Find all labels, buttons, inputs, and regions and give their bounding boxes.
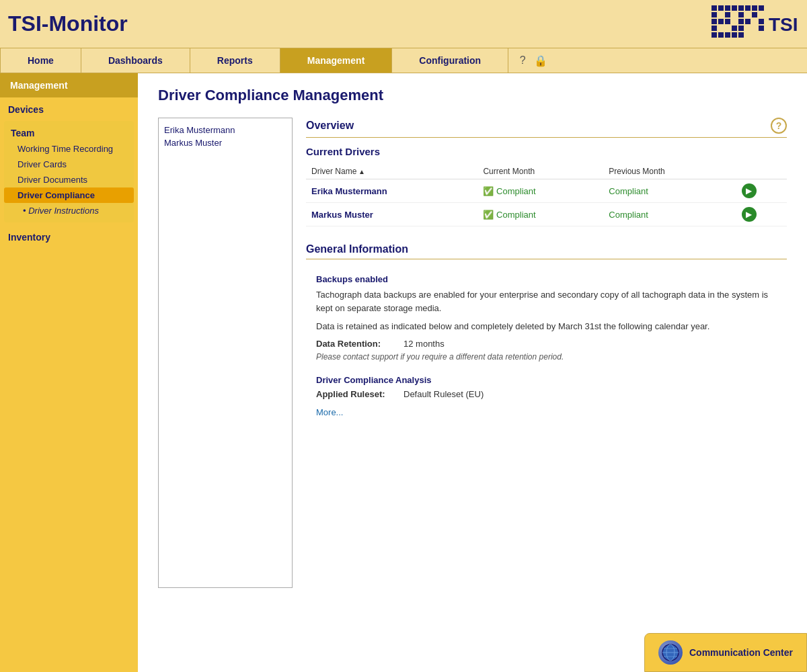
current-status-label: Compliant [496,186,536,196]
svg-rect-7 [759,5,764,11]
general-info-section: General Information Backups enabled Tach… [306,243,787,424]
overview-title: Overview [306,120,354,132]
analysis-block: Driver Compliance Analysis Applied Rules… [306,368,787,424]
svg-rect-16 [745,19,751,24]
svg-rect-22 [712,32,717,38]
drivers-table: Driver Name Current Month Previous Month… [306,164,787,226]
nav-home[interactable]: Home [0,48,81,73]
svg-rect-0 [712,5,717,11]
svg-rect-9 [725,12,730,17]
sidebar-title: Management [0,73,138,97]
check-icon: ✅ [483,210,496,220]
data-retention-label: Data Retention: [316,339,404,349]
sidebar-group-team: Team Working Time Recording Driver Cards… [4,121,134,222]
detail-button[interactable]: ▶ [742,207,757,222]
overview-panel: Overview ? Current Drivers Driver Name C… [306,118,787,588]
sidebar-section-devices[interactable]: Devices [0,97,138,118]
svg-rect-5 [745,5,751,11]
main-content: Driver Compliance Management Erika Muste… [138,73,807,672]
col-actions [736,164,787,179]
contact-note: Please contact support if you require a … [316,352,777,362]
svg-rect-2 [725,5,730,11]
sidebar-item-working-time[interactable]: Working Time Recording [4,141,134,157]
svg-rect-25 [732,32,737,38]
table-row: Markus Muster ✅ Compliant Compliant [306,203,787,226]
svg-rect-3 [732,5,737,11]
sidebar-section-inventory[interactable]: Inventory [0,225,138,246]
header: TSI-Monitor TSI [0,0,807,48]
lock-icon[interactable]: 🔒 [533,53,548,68]
analysis-title: Driver Compliance Analysis [316,375,777,385]
svg-rect-14 [725,19,730,24]
current-month-cell: ✅ Compliant [477,179,603,203]
current-status-label: Compliant [496,210,536,220]
general-info-title: General Information [306,243,408,255]
globe-icon [658,640,683,665]
sidebar-item-driver-cards[interactable]: Driver Cards [4,157,134,172]
nav-configuration[interactable]: Configuration [392,48,508,73]
current-status-compliant: ✅ Compliant [483,210,535,220]
svg-rect-11 [752,12,757,17]
overview-header: Overview ? [306,118,787,138]
nav-icon-group: ? 🔒 [508,48,555,73]
ruleset-label: Applied Ruleset: [316,389,404,399]
tsi-logo: TSI [712,5,799,42]
general-info-header: General Information [306,243,787,259]
prev-status-label: Compliant [609,186,648,196]
table-row: Erika Mustermann ✅ Compliant Compliant [306,179,787,203]
col-driver-name[interactable]: Driver Name [306,164,477,179]
svg-rect-26 [738,32,744,38]
col-previous-month: Previous Month [603,164,736,179]
sidebar: Management Devices Team Working Time Rec… [0,73,138,672]
app-logo: TSI-Monitor [8,11,128,36]
more-link[interactable]: More... [316,407,343,417]
data-retention-value: 12 months [404,339,445,349]
svg-rect-23 [718,32,724,38]
content-layout: Erika Mustermann Markus Muster Overview … [158,118,787,588]
svg-rect-24 [725,32,730,38]
detail-cell: ▶ [736,179,787,203]
sidebar-item-driver-documents[interactable]: Driver Documents [4,172,134,187]
nav-reports[interactable]: Reports [190,48,280,73]
sidebar-item-driver-instructions[interactable]: Driver Instructions [4,203,134,218]
svg-rect-8 [712,12,717,17]
driver-list-item[interactable]: Markus Muster [164,136,286,149]
svg-rect-1 [718,5,724,11]
svg-rect-19 [732,26,737,31]
sidebar-item-driver-compliance[interactable]: Driver Compliance [4,187,134,203]
driver-list-item[interactable]: Erika Mustermann [164,124,286,136]
prev-status-label: Compliant [609,210,648,220]
comm-center-label: Communication Center [689,647,793,658]
col-current-month: Current Month [477,164,603,179]
overview-help-icon[interactable]: ? [771,118,787,134]
detail-button[interactable]: ▶ [742,183,757,198]
svg-rect-10 [738,12,744,17]
nav-management[interactable]: Management [280,48,393,73]
svg-rect-17 [759,19,764,24]
svg-rect-15 [738,19,744,24]
current-drivers-section: Current Drivers Driver Name Current Mont… [306,146,787,226]
main-nav: Home Dashboards Reports Management Confi… [0,48,807,73]
svg-rect-4 [738,5,744,11]
svg-rect-21 [759,26,764,31]
backups-block: Backups enabled Tachograph data backups … [306,267,787,368]
backups-title: Backups enabled [316,274,777,284]
previous-month-cell: Compliant [603,179,736,203]
nav-dashboards[interactable]: Dashboards [81,48,190,73]
communication-center[interactable]: Communication Center [644,633,807,672]
previous-month-cell: Compliant [603,203,736,226]
current-drivers-title: Current Drivers [306,146,787,157]
ruleset-row: Applied Ruleset: Default Ruleset (EU) [316,389,777,399]
svg-rect-12 [712,19,717,24]
svg-rect-13 [718,19,724,24]
page-title: Driver Compliance Management [158,87,787,104]
driver-name-cell[interactable]: Erika Mustermann [306,179,477,203]
help-icon[interactable]: ? [515,53,530,68]
backups-text1: Tachograph data backups are enabled for … [316,288,777,314]
svg-rect-6 [752,5,757,11]
svg-rect-20 [738,26,744,31]
current-month-cell: ✅ Compliant [477,203,603,226]
driver-name-cell[interactable]: Markus Muster [306,203,477,226]
ruleset-value: Default Ruleset (EU) [404,389,484,399]
main-layout: Management Devices Team Working Time Rec… [0,73,807,672]
